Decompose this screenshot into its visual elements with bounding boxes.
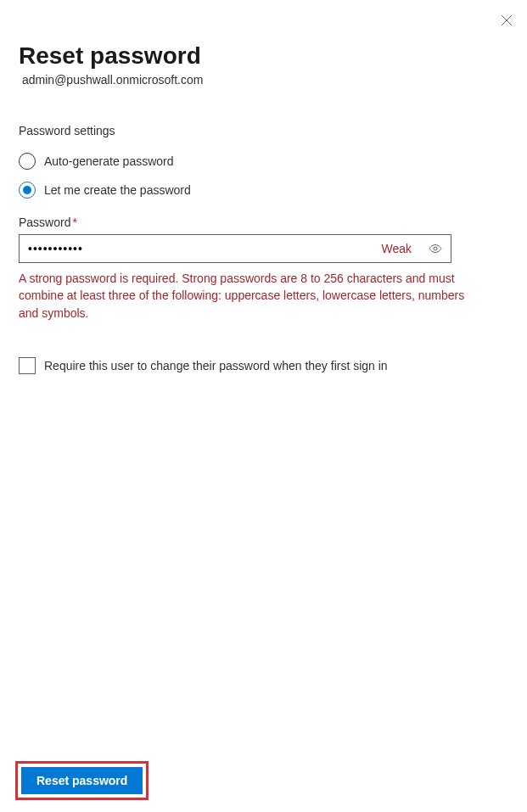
user-email: admin@pushwall.onmicrosoft.com — [22, 73, 508, 87]
radio-icon — [19, 182, 36, 199]
svg-point-2 — [434, 247, 437, 250]
required-asterisk: * — [72, 216, 76, 229]
password-mode-radio-group: Auto-generate password Let me create the… — [19, 153, 508, 199]
toggle-password-visibility-button[interactable] — [420, 242, 451, 255]
panel-footer: Reset password — [15, 761, 149, 800]
require-change-label: Require this user to change their passwo… — [44, 359, 388, 372]
page-title: Reset password — [19, 42, 508, 70]
close-icon — [501, 14, 513, 26]
radio-manual-create[interactable]: Let me create the password — [19, 182, 508, 199]
radio-icon — [19, 153, 36, 170]
require-change-checkbox[interactable]: Require this user to change their passwo… — [19, 357, 508, 374]
checkbox-icon — [19, 357, 36, 374]
annotation-highlight: Reset password — [15, 761, 149, 800]
password-input[interactable] — [20, 237, 381, 260]
radio-auto-generate[interactable]: Auto-generate password — [19, 153, 508, 170]
radio-label-manual: Let me create the password — [44, 183, 191, 197]
password-error-message: A strong password is required. Strong pa… — [19, 270, 477, 322]
password-field-container: Weak — [19, 234, 451, 263]
password-settings-label: Password settings — [19, 124, 508, 137]
eye-icon — [429, 242, 442, 255]
password-field-label: Password* — [19, 216, 508, 229]
radio-label-auto: Auto-generate password — [44, 154, 174, 168]
reset-password-panel: Reset password admin@pushwall.onmicrosof… — [0, 0, 527, 812]
password-strength-indicator: Weak — [381, 242, 420, 255]
reset-password-button[interactable]: Reset password — [21, 767, 143, 794]
close-button[interactable] — [498, 12, 515, 29]
